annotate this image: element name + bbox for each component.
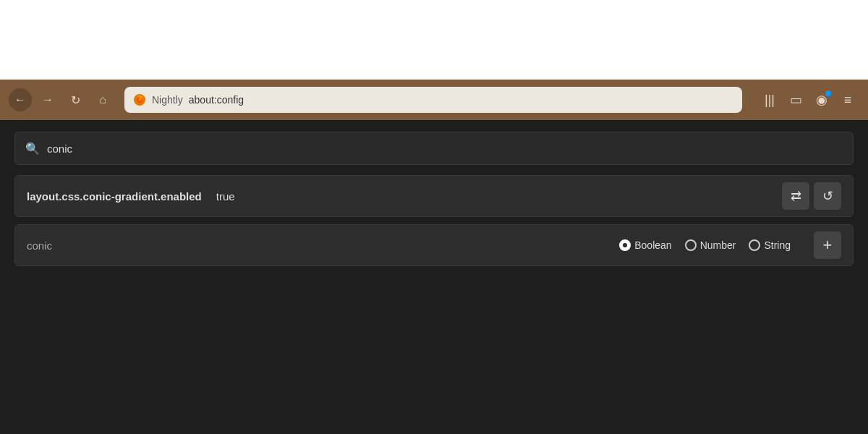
page-content: 🔍 layout.css.conic-gradient.enabled true…	[0, 120, 868, 434]
home-button[interactable]: ⌂	[91, 88, 114, 111]
string-label: String	[764, 239, 791, 251]
add-pref-button[interactable]: +	[814, 231, 841, 259]
search-input[interactable]	[47, 142, 843, 155]
number-radio-label[interactable]: Number	[685, 239, 736, 251]
search-icon: 🔍	[25, 142, 40, 156]
top-strip	[0, 0, 868, 80]
reset-button[interactable]: ↺	[814, 182, 841, 210]
firefox-icon	[133, 93, 146, 106]
swap-icon: ⇄	[791, 188, 801, 204]
library-button[interactable]: |||	[758, 88, 781, 111]
boolean-radio[interactable]	[619, 239, 631, 251]
forward-button[interactable]: →	[36, 88, 59, 111]
boolean-label: Boolean	[634, 239, 671, 251]
reload-button[interactable]: ↻	[64, 88, 87, 111]
string-radio[interactable]	[749, 239, 760, 251]
menu-button[interactable]: ≡	[836, 88, 859, 111]
profile-button[interactable]: ◉	[810, 88, 833, 111]
boolean-radio-label[interactable]: Boolean	[619, 239, 671, 251]
config-key: layout.css.conic-gradient.enabled	[27, 190, 202, 203]
config-result-row: layout.css.conic-gradient.enabled true ⇄…	[14, 175, 854, 217]
number-label: Number	[700, 239, 736, 251]
notification-dot	[825, 90, 831, 96]
radio-group: Boolean Number String	[619, 239, 791, 251]
sidebar-button[interactable]: ▭	[784, 88, 807, 111]
toolbar-right: ||| ▭ ◉ ≡	[758, 88, 859, 111]
browser-toolbar: ← → ↻ ⌂ Nightly about:config ||| ▭ ◉ ≡	[0, 80, 868, 120]
undo-icon: ↺	[822, 188, 833, 204]
plus-icon: +	[823, 236, 833, 255]
number-radio[interactable]	[685, 239, 697, 251]
back-button[interactable]: ←	[9, 88, 32, 111]
site-name: Nightly	[152, 94, 183, 106]
address-bar[interactable]: Nightly about:config	[124, 87, 742, 113]
toggle-button[interactable]: ⇄	[782, 182, 809, 210]
config-value: true	[216, 190, 235, 203]
address-url: about:config	[189, 94, 244, 106]
add-pref-row: Boolean Number String +	[14, 224, 854, 266]
string-radio-label[interactable]: String	[749, 239, 791, 251]
config-actions: ⇄ ↺	[782, 182, 841, 210]
new-pref-input[interactable]	[27, 239, 128, 252]
search-bar: 🔍	[14, 132, 854, 165]
